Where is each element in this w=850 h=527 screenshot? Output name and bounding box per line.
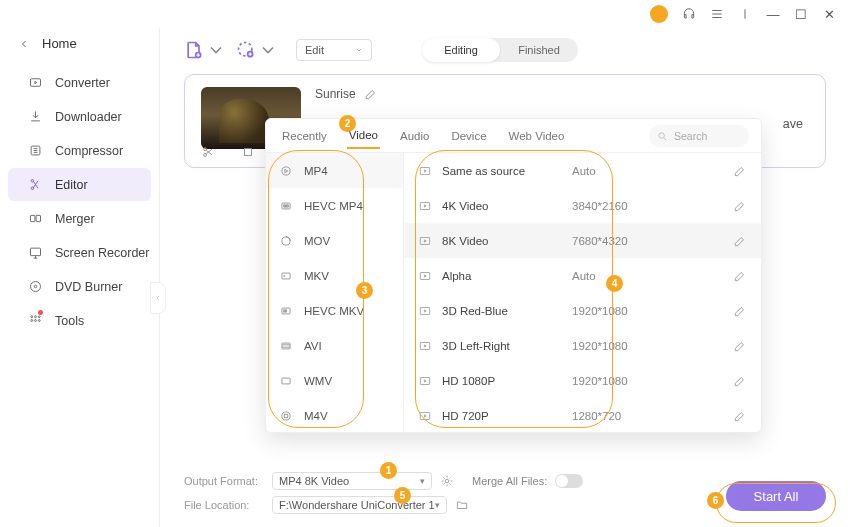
- minimize-button[interactable]: —: [766, 7, 780, 22]
- edit-preset-icon[interactable]: [733, 234, 747, 248]
- svg-rect-28: [282, 273, 290, 279]
- nav-label: Screen Recorder: [55, 246, 150, 260]
- add-file-button[interactable]: [184, 40, 226, 60]
- edit-icon[interactable]: [364, 87, 378, 101]
- step-badge-6: 6: [707, 492, 724, 509]
- svg-point-8: [31, 282, 41, 292]
- preset-row[interactable]: 3D Red-Blue1920*1080: [404, 293, 761, 328]
- svg-point-4: [31, 187, 34, 190]
- preset-row[interactable]: AlphaAuto: [404, 258, 761, 293]
- sidebar-item-dvd[interactable]: DVD Burner: [8, 270, 151, 303]
- svg-point-29: [284, 275, 285, 276]
- search-icon: [657, 131, 668, 142]
- fmt-mov[interactable]: MOV: [266, 223, 403, 258]
- play-icon: [418, 304, 432, 318]
- play-icon: [418, 374, 432, 388]
- crop-icon[interactable]: [241, 145, 255, 159]
- seg-editing[interactable]: Editing: [422, 38, 500, 62]
- svg-rect-21: [245, 149, 252, 156]
- play-icon: [418, 234, 432, 248]
- preset-name: HD 1080P: [442, 375, 572, 387]
- tab-webvideo[interactable]: Web Video: [507, 124, 567, 148]
- search-input[interactable]: Search: [649, 125, 749, 147]
- sidebar-item-tools[interactable]: Tools: [8, 304, 151, 337]
- svg-rect-0: [31, 79, 41, 87]
- headset-icon[interactable]: [682, 7, 696, 21]
- preset-row[interactable]: HD 1080P1920*1080: [404, 363, 761, 398]
- close-button[interactable]: ✕: [822, 7, 836, 22]
- avatar[interactable]: [650, 5, 668, 23]
- home-link[interactable]: Home: [0, 28, 159, 65]
- edit-preset-icon[interactable]: [733, 409, 747, 423]
- menu-icon[interactable]: [710, 7, 724, 21]
- fmt-hevcmkv[interactable]: HEVC MKV: [266, 293, 403, 328]
- nav-label: Compressor: [55, 144, 123, 158]
- edit-preset-icon[interactable]: [733, 339, 747, 353]
- svg-point-33: [282, 411, 290, 419]
- edit-preset-icon[interactable]: [733, 199, 747, 213]
- preset-row[interactable]: 3D Left-Right1920*1080: [404, 328, 761, 363]
- fmt-avi[interactable]: AVI: [266, 328, 403, 363]
- fmt-mp4[interactable]: MP4: [266, 153, 403, 188]
- fmt-label: MKV: [304, 270, 329, 282]
- sidebar-item-compressor[interactable]: Compressor: [8, 134, 151, 167]
- preset-res: 1920*1080: [572, 340, 662, 352]
- svg-point-9: [34, 285, 37, 288]
- scissors-icon[interactable]: [201, 145, 215, 159]
- svg-rect-49: [420, 412, 429, 419]
- nav-label: Converter: [55, 76, 110, 90]
- merge-toggle[interactable]: [555, 474, 583, 488]
- svg-rect-31: [282, 343, 290, 349]
- chevron-down-icon: [258, 40, 278, 60]
- gear-icon[interactable]: [440, 474, 454, 488]
- fmt-hevcmp4[interactable]: HEVC MP4: [266, 188, 403, 223]
- seg-finished[interactable]: Finished: [500, 38, 578, 62]
- badge-dot-icon: [38, 310, 43, 315]
- edit-preset-icon[interactable]: [733, 374, 747, 388]
- location-label: File Location:: [184, 499, 264, 511]
- folder-icon[interactable]: [455, 498, 469, 512]
- edit-preset-icon[interactable]: [733, 269, 747, 283]
- tab-audio[interactable]: Audio: [398, 124, 431, 148]
- sidebar-item-merger[interactable]: Merger: [8, 202, 151, 235]
- edit-select[interactable]: Edit: [296, 39, 372, 61]
- sidebar-item-recorder[interactable]: Screen Recorder: [8, 236, 151, 269]
- preset-name: 8K Video: [442, 235, 572, 247]
- tab-recently[interactable]: Recently: [280, 124, 329, 148]
- sidebar-item-converter[interactable]: Converter: [8, 66, 151, 99]
- file-location-select[interactable]: F:\Wondershare UniConverter 1▾: [272, 496, 447, 514]
- chevron-down-icon: ▾: [420, 476, 425, 486]
- svg-rect-43: [420, 307, 429, 314]
- svg-marker-25: [285, 169, 288, 173]
- preset-row[interactable]: Same as sourceAuto: [404, 153, 761, 188]
- save-label: ave: [783, 117, 803, 131]
- svg-rect-45: [420, 342, 429, 349]
- output-format-select[interactable]: MP4 8K Video▾: [272, 472, 432, 490]
- edit-preset-icon[interactable]: [733, 304, 747, 318]
- svg-point-20: [204, 153, 207, 156]
- play-icon: [418, 339, 432, 353]
- add-circle-button[interactable]: [236, 40, 278, 60]
- sidebar-item-downloader[interactable]: Downloader: [8, 100, 151, 133]
- edit-select-label: Edit: [305, 44, 324, 56]
- svg-rect-30: [282, 308, 290, 314]
- divider-icon: [738, 7, 752, 21]
- svg-point-23: [659, 132, 665, 138]
- svg-point-3: [31, 180, 34, 183]
- nav-label: Downloader: [55, 110, 122, 124]
- fmt-m4v[interactable]: M4V: [266, 398, 403, 432]
- fmt-label: HEVC MP4: [304, 200, 363, 212]
- maximize-button[interactable]: ☐: [794, 7, 808, 22]
- preset-row[interactable]: 4K Video3840*2160: [404, 188, 761, 223]
- sidebar-item-editor[interactable]: Editor: [8, 168, 151, 201]
- start-all-button[interactable]: Start All: [726, 481, 826, 511]
- fmt-wmv[interactable]: WMV: [266, 363, 403, 398]
- fmt-mkv[interactable]: MKV: [266, 258, 403, 293]
- preset-row[interactable]: HD 720P1280*720: [404, 398, 761, 432]
- edit-preset-icon[interactable]: [733, 164, 747, 178]
- nav-label: Tools: [55, 314, 84, 328]
- play-icon: [418, 269, 432, 283]
- toolbar: Edit Editing Finished: [160, 28, 850, 68]
- preset-row[interactable]: 8K Video7680*4320: [404, 223, 761, 258]
- tab-device[interactable]: Device: [449, 124, 488, 148]
